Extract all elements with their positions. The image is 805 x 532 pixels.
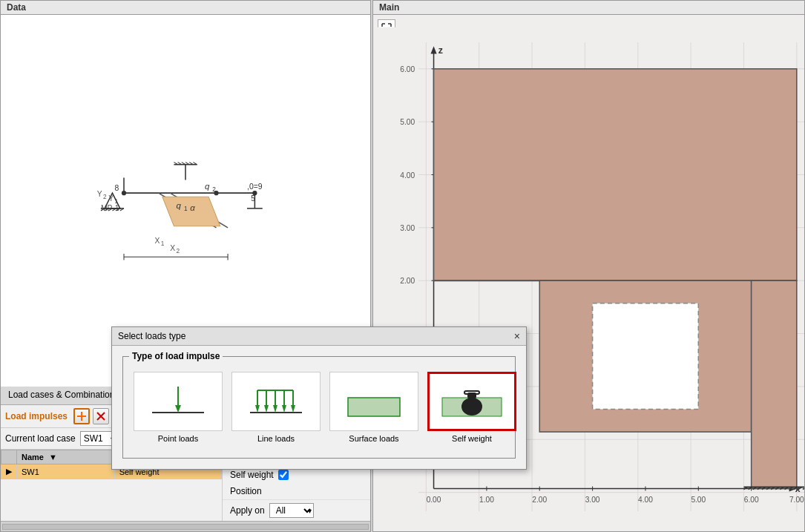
line-loads-icon-box: [231, 372, 321, 431]
self-weight-icon-box: [427, 372, 516, 431]
self-weight-label: Self weight: [452, 434, 492, 443]
row-arrow-cell: ▶: [1, 464, 17, 479]
apply-on-select[interactable]: All: [269, 503, 314, 518]
svg-marker-143: [291, 405, 295, 413]
modal-titlebar: Select loads type ×: [112, 327, 526, 346]
apply-on-label: Apply on: [230, 505, 265, 516]
svg-text:3.00: 3.00: [585, 496, 600, 504]
svg-text:z: z: [438, 45, 443, 56]
modal-close-button[interactable]: ×: [514, 330, 520, 342]
modal-title: Select loads type: [118, 331, 185, 341]
line-loads-label: Line loads: [257, 434, 295, 443]
svg-marker-137: [264, 405, 269, 413]
svg-text:3.00: 3.00: [400, 224, 415, 232]
self-weight-label: Self weight: [230, 470, 274, 480]
load-impulses-label: Load impulses: [5, 411, 68, 421]
surface-loads-icon-box: [329, 372, 418, 431]
svg-text:,0=9: ,0=9: [247, 183, 263, 191]
svg-text:2.00: 2.00: [400, 277, 415, 285]
svg-marker-135: [255, 405, 260, 413]
current-load-label: Current load case: [5, 433, 76, 444]
svg-text:6.00: 6.00: [744, 496, 759, 504]
tab-load-cases[interactable]: Load cases & Combinations: [1, 387, 127, 404]
add-button[interactable]: [73, 408, 90, 424]
group-box-title: Type of load impulse: [129, 351, 223, 361]
svg-point-147: [461, 398, 482, 416]
self-weight-option[interactable]: Self weight: [427, 372, 516, 443]
scrollbar-track[interactable]: [2, 524, 369, 530]
svg-text:6.00: 6.00: [400, 65, 415, 73]
svg-point-31: [122, 191, 126, 195]
svg-text:q: q: [177, 201, 182, 210]
left-panel-tab: Data: [1, 1, 370, 15]
left-scrollbar[interactable]: [1, 521, 370, 531]
svg-text:7.00: 7.00: [789, 496, 804, 504]
svg-rect-114: [752, 280, 797, 488]
row-name-cell: SW1: [17, 464, 115, 479]
svg-text:X: X: [155, 237, 160, 245]
svg-rect-110: [434, 69, 797, 280]
position-item: Position: [223, 483, 370, 500]
modal-dialog: Select loads type × Type of load impulse: [111, 326, 527, 470]
surface-loads-label: Surface loads: [349, 434, 398, 443]
svg-text:5.00: 5.00: [691, 496, 706, 504]
right-panel-tab: Main: [373, 1, 804, 15]
svg-text:4.00: 4.00: [400, 171, 415, 180]
group-box: Type of load impulse Point loads: [122, 356, 516, 459]
self-weight-checkbox[interactable]: [278, 470, 289, 480]
col-name-header: Name ▼: [17, 450, 115, 464]
point-loads-option[interactable]: Point loads: [134, 372, 223, 443]
svg-text:0.00: 0.00: [427, 496, 441, 504]
svg-text:α: α: [190, 203, 195, 212]
svg-text:Y: Y: [97, 190, 102, 198]
svg-rect-48: [77, 416, 86, 417]
svg-marker-132: [175, 405, 181, 413]
svg-rect-149: [464, 391, 479, 394]
svg-marker-141: [282, 405, 286, 413]
svg-text:2.00: 2.00: [532, 496, 547, 504]
svg-text:2: 2: [103, 193, 107, 200]
delete-button[interactable]: [93, 408, 109, 424]
svg-text:5.00: 5.00: [400, 118, 415, 126]
svg-text:1: 1: [184, 205, 188, 212]
line-loads-option[interactable]: Line loads: [231, 372, 321, 443]
svg-text:1.00: 1.00: [479, 496, 494, 504]
svg-rect-145: [348, 398, 400, 416]
modal-content: Type of load impulse Point loads: [112, 346, 526, 469]
svg-point-32: [214, 191, 218, 195]
svg-text:q: q: [205, 182, 210, 191]
filter-icon[interactable]: ▼: [49, 453, 57, 462]
svg-text:8: 8: [115, 184, 119, 192]
load-type-options: Point loads: [131, 364, 507, 450]
point-loads-icon-box: [134, 372, 223, 431]
surface-loads-option[interactable]: Surface loads: [329, 372, 418, 443]
svg-rect-113: [593, 303, 699, 410]
point-loads-label: Point loads: [158, 434, 198, 443]
svg-text:4.00: 4.00: [638, 496, 653, 504]
svg-text:1: 1: [161, 240, 165, 247]
svg-text:2: 2: [177, 247, 180, 254]
apply-on-row: Apply on All: [223, 500, 370, 521]
col-arrow: [1, 450, 17, 464]
svg-marker-139: [273, 405, 277, 413]
svg-text:X: X: [170, 244, 175, 252]
